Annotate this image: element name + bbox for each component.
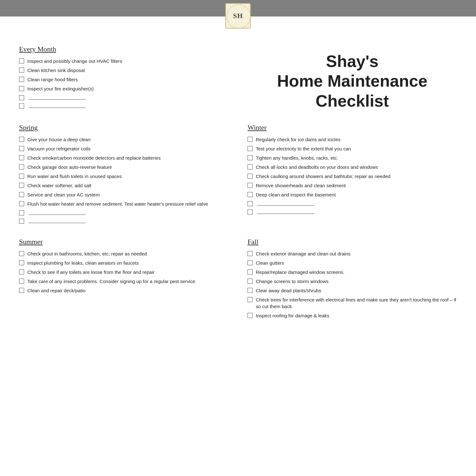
- checkbox[interactable]: [248, 209, 253, 215]
- item-text: Take care of any insect problems. Consid…: [27, 278, 195, 285]
- item-text: Inspect plumbing for leaks, clean aerato…: [27, 260, 139, 266]
- item-text: Check water softener, add salt: [27, 182, 91, 189]
- list-item: Deep clean and inspect the basement: [248, 191, 457, 198]
- checkbox[interactable]: [19, 164, 24, 169]
- checkbox[interactable]: [248, 183, 253, 188]
- checkbox[interactable]: [19, 77, 24, 82]
- every-month-list: Inspect and possibly change out HVAC fil…: [19, 58, 228, 109]
- item-text: Inspect roofing for damage & leaks: [256, 312, 329, 319]
- checkbox[interactable]: [19, 68, 24, 73]
- item-text: Flush hot water heater and remove sedime…: [27, 201, 208, 207]
- checkbox[interactable]: [19, 219, 24, 224]
- item-text: Give your house a deep clean: [27, 136, 90, 143]
- list-item: Tighten any handles, knobs, racks, etc.: [248, 155, 457, 161]
- list-item: Remove showerheads and clean sediment: [248, 182, 457, 189]
- summer-section: Summer Check grout in bathrooms, kitchen…: [19, 238, 228, 321]
- list-item: Inspect roofing for damage & leaks: [248, 312, 457, 319]
- item-text: Inspect your fire extinguisher(s): [27, 85, 94, 92]
- checkbox[interactable]: [248, 164, 253, 169]
- page-title: Shay's Home Maintenance Checklist: [260, 51, 444, 111]
- blank-line: [29, 210, 86, 215]
- checkbox[interactable]: [248, 174, 253, 179]
- checkbox[interactable]: [19, 288, 24, 293]
- checkbox[interactable]: [248, 192, 253, 197]
- list-item: Check grout in bathrooms, kitchen, etc; …: [19, 250, 228, 257]
- checkbox[interactable]: [19, 183, 24, 188]
- winter-list: Regularly check for ice dams and icicles…: [248, 136, 457, 215]
- list-item: Clear away dead plants/shrubs: [248, 287, 457, 294]
- checkbox[interactable]: [248, 288, 253, 293]
- checkbox[interactable]: [248, 201, 253, 206]
- blank-line: [29, 218, 86, 223]
- checkbox[interactable]: [19, 251, 24, 256]
- title-block: Shay's Home Maintenance Checklist: [248, 45, 457, 123]
- item-text: Clean kitchen sink disposal: [27, 67, 85, 74]
- checkbox[interactable]: [248, 260, 253, 265]
- checkbox[interactable]: [19, 58, 24, 63]
- list-item: [248, 209, 457, 215]
- checkbox[interactable]: [19, 103, 24, 109]
- list-item: Check caulking around showers and bathtu…: [248, 173, 457, 180]
- item-text: Clean and repair deck/patio: [27, 287, 85, 294]
- list-item: Test your electricity to the extent that…: [248, 145, 457, 152]
- checkbox[interactable]: [19, 174, 24, 179]
- checkbox[interactable]: [248, 155, 253, 160]
- list-item: Inspect plumbing for leaks, clean aerato…: [19, 260, 228, 266]
- list-item: [19, 95, 228, 100]
- list-item: Take care of any insect problems. Consid…: [19, 278, 228, 285]
- item-text: Check smoke/carbon monoxide detectors an…: [27, 155, 161, 161]
- checkbox[interactable]: [248, 251, 253, 256]
- checkbox[interactable]: [19, 279, 24, 284]
- checkbox[interactable]: [19, 260, 24, 265]
- checkbox[interactable]: [19, 86, 24, 91]
- every-month-section: Every Month Inspect and possibly change …: [19, 45, 228, 112]
- winter-section: Winter Regularly check for ice dams and …: [248, 123, 457, 226]
- checkbox[interactable]: [19, 146, 24, 151]
- list-item: Change screens to storm windows: [248, 278, 457, 285]
- item-text: Inspect and possibly change out HVAC fil…: [27, 58, 122, 64]
- checkbox[interactable]: [19, 201, 24, 206]
- list-item: [248, 201, 457, 206]
- checkbox[interactable]: [19, 269, 24, 274]
- item-text: Check to see if any toilets are loose fr…: [27, 269, 155, 275]
- item-text: Clear away dead plants/shrubs: [256, 287, 321, 294]
- checkbox[interactable]: [248, 279, 253, 284]
- list-item: Check all locks and deadbolts on your do…: [248, 164, 457, 170]
- checkbox[interactable]: [19, 192, 24, 197]
- item-text: Deep clean and inspect the basement: [256, 191, 336, 198]
- item-text: Test your electricity to the extent that…: [256, 145, 351, 152]
- checkbox[interactable]: [248, 313, 253, 318]
- item-text: Regularly check for ice dams and icicles: [256, 136, 340, 143]
- checkbox[interactable]: [19, 95, 24, 100]
- item-text: Tighten any handles, knobs, racks, etc.: [256, 155, 338, 161]
- list-item: Clean gutters: [248, 260, 457, 266]
- blank-line: [257, 209, 314, 214]
- list-item: Repair/replace damaged window screens.: [248, 269, 457, 275]
- checkbox[interactable]: [248, 146, 253, 151]
- list-item: Check garage door auto-reverse feature: [19, 164, 228, 170]
- item-text: Check caulking around showers and bathtu…: [256, 173, 390, 180]
- checkbox[interactable]: [19, 210, 24, 215]
- item-text: Clean gutters: [256, 260, 284, 266]
- list-item: [19, 210, 228, 215]
- list-item: Check trees for interference with electr…: [248, 296, 457, 310]
- item-text: Service and clean your AC system: [27, 191, 100, 198]
- list-item: Clean range hood filters: [19, 76, 228, 83]
- list-item: [19, 218, 228, 224]
- list-item: Check to see if any toilets are loose fr…: [19, 269, 228, 275]
- every-month-heading: Every Month: [19, 45, 228, 53]
- list-item: Check smoke/carbon monoxide detectors an…: [19, 155, 228, 161]
- checkbox[interactable]: [19, 155, 24, 160]
- checkbox[interactable]: [19, 137, 24, 142]
- list-item: Check water softener, add salt: [19, 182, 228, 189]
- blank-line: [29, 95, 86, 100]
- item-text: Remove showerheads and clean sediment: [256, 182, 346, 189]
- checkbox[interactable]: [248, 297, 253, 302]
- fall-list: Check exterior drainage and clean out dr…: [248, 250, 457, 319]
- list-item: Service and clean your AC system: [19, 191, 228, 198]
- spring-section: Spring Give your house a deep cleanVacuu…: [19, 123, 228, 226]
- checkbox[interactable]: [248, 269, 253, 274]
- checkbox[interactable]: [248, 137, 253, 142]
- spring-heading: Spring: [19, 123, 228, 132]
- item-text: Check exterior drainage and clean out dr…: [256, 250, 351, 257]
